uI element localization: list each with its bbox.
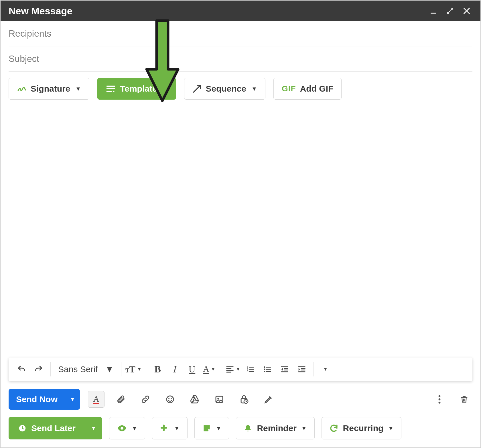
insert-emoji-button[interactable]	[162, 391, 178, 408]
insert-photo-button[interactable]	[211, 391, 228, 408]
svg-point-15	[439, 398, 441, 400]
trash-icon	[460, 394, 468, 404]
clock-icon	[18, 424, 27, 433]
attach-button[interactable]	[113, 391, 129, 408]
font-family-select[interactable]: Sans Serif ▼	[55, 364, 117, 374]
font-size-icon: TT	[125, 364, 135, 375]
subject-label: Subject	[9, 54, 39, 64]
link-icon	[141, 394, 150, 404]
puzzle-icon	[160, 423, 169, 433]
font-size-button[interactable]: TT ▼	[125, 362, 142, 377]
message-body[interactable]	[1, 100, 480, 358]
pen-icon	[264, 395, 273, 404]
extension-button[interactable]: ▼	[152, 417, 188, 439]
drive-icon	[190, 394, 200, 404]
svg-point-18	[121, 427, 123, 430]
add-gif-button[interactable]: GIF Add GIF	[273, 78, 342, 100]
send-row: Send Now ▼ A	[1, 389, 480, 417]
indent-decrease-icon	[280, 365, 289, 374]
align-button[interactable]: ▼	[225, 362, 241, 377]
minimize-icon	[430, 7, 437, 15]
tracking-button[interactable]: ▼	[109, 417, 145, 439]
chevron-down-icon: ▼	[91, 425, 96, 431]
lock-clock-icon	[239, 394, 249, 404]
fullscreen-button[interactable]	[444, 5, 456, 17]
numbered-list-button[interactable]: 123	[243, 362, 258, 377]
svg-point-5	[264, 369, 265, 370]
reminder-label: Reminder	[257, 423, 296, 433]
indent-more-button[interactable]	[294, 362, 310, 377]
more-options-button[interactable]	[431, 391, 448, 408]
indent-increase-icon	[297, 365, 306, 374]
signature-button[interactable]: Signature ▼	[9, 78, 89, 100]
send-now-split[interactable]: ▼	[65, 389, 80, 410]
svg-text:3: 3	[247, 370, 248, 373]
svg-point-11	[217, 398, 219, 399]
chevron-down-icon: ▼	[211, 367, 216, 372]
sequence-icon	[192, 84, 202, 93]
chevron-down-icon: ▼	[162, 86, 168, 92]
insert-toolbar: Signature ▼ Template ▼ Sequence ▼ GIF Ad…	[1, 72, 480, 100]
bulleted-list-button[interactable]	[260, 362, 275, 377]
sequence-button[interactable]: Sequence ▼	[184, 78, 265, 100]
eye-icon	[117, 423, 127, 433]
add-gif-label: Add GIF	[300, 84, 334, 94]
chevron-down-icon: ▼	[70, 396, 75, 402]
close-button[interactable]	[461, 5, 472, 17]
undo-icon	[17, 365, 26, 374]
recurring-button[interactable]: Recurring ▼	[322, 417, 402, 439]
minimize-button[interactable]	[428, 5, 439, 17]
gif-icon: GIF	[282, 84, 296, 93]
chevron-down-icon: ▼	[75, 86, 81, 92]
insert-link-button[interactable]	[137, 391, 154, 408]
chevron-down-icon: ▼	[236, 367, 240, 372]
svg-point-7	[167, 396, 174, 403]
template-label: Template	[120, 84, 157, 94]
align-left-icon	[226, 365, 234, 374]
confidential-mode-button[interactable]	[236, 391, 252, 408]
send-later-split[interactable]: ▼	[85, 417, 102, 439]
redo-button[interactable]	[31, 362, 46, 377]
svg-point-8	[168, 398, 169, 399]
chevron-down-icon: ▼	[323, 367, 328, 372]
notes-button[interactable]: ▼	[194, 417, 229, 439]
paperclip-icon	[116, 395, 125, 404]
send-later-label: Send Later	[31, 423, 76, 433]
bell-icon	[244, 424, 252, 433]
signature-icon	[17, 84, 27, 94]
text-style-button[interactable]: A	[88, 391, 105, 408]
window-title: New Message	[9, 5, 72, 17]
chevron-down-icon: ▼	[174, 425, 180, 432]
chevron-down-icon: ▼	[216, 425, 222, 432]
signature-label: Signature	[31, 84, 70, 94]
note-icon	[202, 424, 211, 433]
discard-draft-button[interactable]	[456, 391, 472, 408]
send-later-button[interactable]: Send Later ▼	[9, 417, 102, 439]
text-color-button[interactable]: A ▼	[202, 362, 217, 377]
chevron-down-icon: ▼	[137, 367, 142, 372]
chevron-down-icon: ▼	[105, 364, 114, 374]
more-formatting-button[interactable]: ▼	[318, 362, 333, 377]
send-now-label: Send Now	[16, 394, 58, 404]
template-button[interactable]: Template ▼	[97, 78, 176, 100]
recurring-icon	[329, 424, 338, 433]
svg-point-6	[264, 371, 265, 372]
undo-button[interactable]	[14, 362, 29, 377]
insert-drive-button[interactable]	[186, 391, 203, 408]
bold-button[interactable]: B	[150, 362, 165, 377]
italic-button[interactable]: I	[167, 362, 183, 377]
text-color-icon: A	[203, 364, 209, 374]
recipients-label: Recipients	[9, 28, 51, 39]
header-fields: Recipients Subject	[1, 21, 480, 72]
send-now-button[interactable]: Send Now ▼	[9, 389, 80, 410]
reminder-button[interactable]: Reminder ▼	[236, 417, 314, 439]
indent-less-button[interactable]	[277, 362, 292, 377]
kebab-icon	[438, 394, 441, 404]
image-icon	[215, 395, 224, 404]
underline-button[interactable]: U	[184, 362, 200, 377]
svg-point-14	[439, 395, 441, 397]
svg-point-4	[264, 366, 265, 368]
subject-field[interactable]: Subject	[9, 46, 472, 72]
insert-signature-button[interactable]	[260, 391, 277, 408]
recipients-field[interactable]: Recipients	[9, 21, 472, 46]
